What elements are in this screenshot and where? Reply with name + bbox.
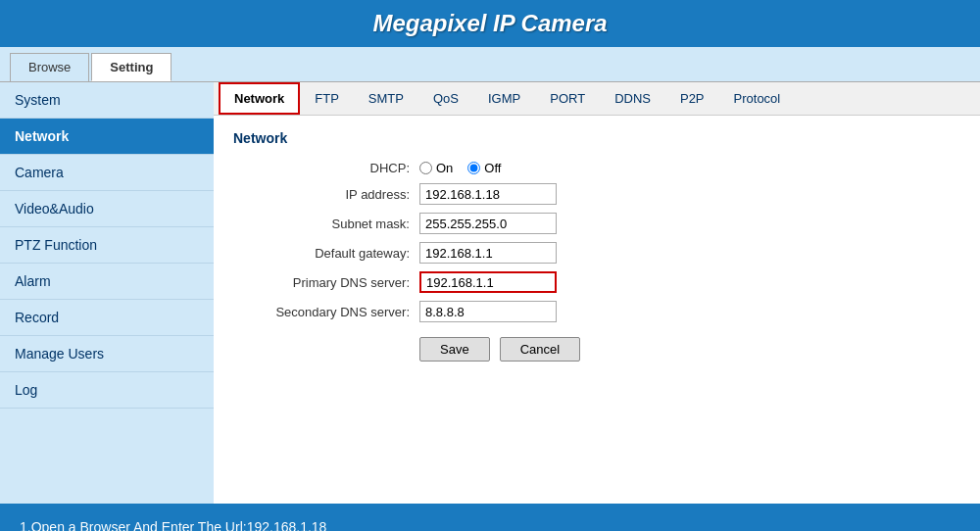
subnav-protocol[interactable]: Protocol <box>719 83 796 114</box>
main-tab-row: Browse Setting <box>0 47 980 82</box>
content-area: Network FTP SMTP QoS IGMP PORT DDNS P2P … <box>214 82 980 504</box>
sidebar-item-log[interactable]: Log <box>0 372 214 409</box>
subnav-network[interactable]: Network <box>219 82 300 115</box>
subnav-ddns[interactable]: DDNS <box>600 83 665 114</box>
app-header: Megapixel IP Camera <box>0 0 980 47</box>
subnav-qos[interactable]: QoS <box>418 83 473 114</box>
tab-browse[interactable]: Browse <box>10 53 89 81</box>
content-panel: Network DHCP: On Off <box>214 116 980 504</box>
sub-nav: Network FTP SMTP QoS IGMP PORT DDNS P2P … <box>214 82 980 116</box>
subnav-p2p[interactable]: P2P <box>665 83 719 114</box>
subnav-smtp[interactable]: SMTP <box>354 83 418 114</box>
gateway-input[interactable] <box>419 242 557 264</box>
sidebar-item-network[interactable]: Network <box>0 119 214 155</box>
sidebar-item-ptz[interactable]: PTZ Function <box>0 227 214 264</box>
dhcp-on-option[interactable]: On <box>419 161 453 175</box>
dhcp-label: DHCP: <box>253 161 419 175</box>
sidebar: System Network Camera Video&Audio PTZ Fu… <box>0 82 214 504</box>
sidebar-item-video-audio[interactable]: Video&Audio <box>0 191 214 227</box>
dhcp-row: DHCP: On Off <box>253 161 960 175</box>
sidebar-item-manage-users[interactable]: Manage Users <box>0 336 214 372</box>
button-row: Save Cancel <box>419 337 960 362</box>
network-form: DHCP: On Off IP address: <box>253 161 960 362</box>
sidebar-item-alarm[interactable]: Alarm <box>0 264 214 300</box>
primary-dns-row: Primary DNS server: <box>253 271 960 293</box>
subnet-input[interactable] <box>419 213 557 234</box>
footer: 1.Open a Browser And Enter The Url:192.1… <box>0 504 980 531</box>
section-title: Network <box>233 130 960 146</box>
footer-line1: 1.Open a Browser And Enter The Url:192.1… <box>20 515 960 531</box>
subnet-row: Subnet mask: <box>253 213 960 234</box>
dhcp-off-option[interactable]: Off <box>467 161 501 175</box>
sidebar-item-camera[interactable]: Camera <box>0 155 214 191</box>
subnet-label: Subnet mask: <box>253 217 419 231</box>
gateway-row: Default gateway: <box>253 242 960 264</box>
secondary-dns-input[interactable] <box>419 301 557 322</box>
primary-dns-label: Primary DNS server: <box>253 275 419 290</box>
main-layout: System Network Camera Video&Audio PTZ Fu… <box>0 82 980 504</box>
ip-input[interactable] <box>419 183 557 205</box>
subnav-igmp[interactable]: IGMP <box>473 83 535 114</box>
sidebar-item-system[interactable]: System <box>0 82 214 119</box>
tab-setting[interactable]: Setting <box>91 53 172 81</box>
ip-row: IP address: <box>253 183 960 205</box>
subnav-port[interactable]: PORT <box>535 83 600 114</box>
cancel-button[interactable]: Cancel <box>500 337 580 362</box>
dhcp-on-label: On <box>436 161 453 175</box>
sidebar-item-record[interactable]: Record <box>0 300 214 336</box>
primary-dns-input[interactable] <box>419 271 557 293</box>
app-title: Megapixel IP Camera <box>0 10 980 37</box>
dhcp-options: On Off <box>419 161 501 175</box>
dhcp-off-radio[interactable] <box>467 162 480 174</box>
dhcp-on-radio[interactable] <box>419 162 432 174</box>
subnav-ftp[interactable]: FTP <box>300 83 354 114</box>
ip-label: IP address: <box>253 187 419 202</box>
secondary-dns-row: Secondary DNS server: <box>253 301 960 322</box>
dhcp-off-label: Off <box>484 161 501 175</box>
secondary-dns-label: Secondary DNS server: <box>253 305 419 319</box>
gateway-label: Default gateway: <box>253 246 419 261</box>
save-button[interactable]: Save <box>419 337 490 362</box>
